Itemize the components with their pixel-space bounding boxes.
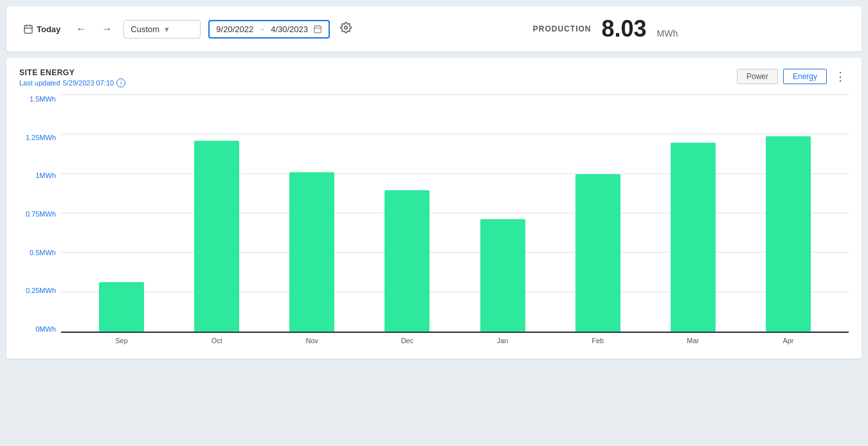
energy-toggle-button[interactable]: Energy [783,69,827,84]
y-axis: 0MWh0.25MWh0.5MWh0.75MWh1MWh1.25MWh1.5MW… [19,95,61,333]
last-updated-prefix: Last updated [19,79,60,87]
bar-group [646,143,741,332]
svg-point-8 [345,26,348,29]
x-axis-label: Sep [74,337,169,352]
x-axis-label: Dec [359,337,455,352]
chevron-down-icon: ▾ [165,24,169,34]
power-toggle-button[interactable]: Power [737,69,778,84]
calendar-icon [23,24,33,34]
bar-group [359,190,455,332]
date-start: 9/20/2022 [216,24,253,34]
chart-area [61,95,849,333]
last-updated-row: Last updated 5/29/2023 07:10 i [19,78,125,87]
production-label: PRODUCTION [533,24,592,33]
prev-arrow[interactable]: ← [72,22,90,36]
y-axis-label: 0.25MWh [19,287,61,294]
more-options-button[interactable]: ⋮ [832,68,849,85]
next-arrow[interactable]: → [98,22,116,36]
bars-container [61,95,849,332]
settings-button[interactable] [338,19,354,39]
chart-header: SITE ENERGY Last updated 5/29/2023 07:10… [19,68,849,87]
x-axis-label: Feb [550,337,646,352]
dropdown-label: Custom [131,24,159,34]
bar[interactable] [575,174,620,332]
chart-title: SITE ENERGY [19,68,125,77]
gear-icon [340,22,352,33]
production-summary: PRODUCTION 8.03 MWh [362,15,849,42]
bar-group [74,282,169,332]
bar-group [455,219,550,332]
y-axis-label: 0.5MWh [19,249,61,256]
y-axis-label: 1.25MWh [19,134,61,141]
bar-group [741,136,836,332]
y-axis-label: 0MWh [19,325,61,333]
chart-controls: Power Energy ⋮ [737,68,849,85]
date-range-box[interactable]: 9/20/2022 → 4/30/2023 [208,20,330,39]
y-axis-label: 0.75MWh [19,210,61,218]
info-icon[interactable]: i [116,78,125,87]
x-axis-label: Oct [169,337,264,352]
production-unit: MWh [657,28,678,39]
svg-rect-0 [24,26,32,33]
right-arrow-icon: → [102,23,112,34]
x-axis-label: Jan [455,337,550,352]
bar[interactable] [384,190,429,332]
more-dots-icon: ⋮ [835,70,846,83]
today-button[interactable]: Today [19,21,64,37]
top-panel: Today ← → Custom ▾ 9/20/2022 → 4/30/2023… [6,6,862,51]
y-axis-label: 1MWh [19,172,61,179]
calendar-range-icon [313,24,322,33]
bar[interactable] [480,219,525,332]
production-value: 8.03 [601,15,646,42]
chart-wrapper: 0MWh0.25MWh0.5MWh0.75MWh1MWh1.25MWh1.5MW… [19,95,849,352]
last-updated-value: 5/29/2023 07:10 [63,79,114,87]
chart-title-area: SITE ENERGY Last updated 5/29/2023 07:10… [19,68,125,87]
bar-group [169,141,264,332]
bar[interactable] [671,143,716,332]
date-end: 4/30/2023 [271,24,308,34]
chart-panel: SITE ENERGY Last updated 5/29/2023 07:10… [6,58,862,359]
bar[interactable] [766,136,811,332]
y-axis-label: 1.5MWh [19,95,61,103]
x-axis-label: Nov [264,337,359,352]
bar[interactable] [289,172,334,332]
left-arrow-icon: ← [76,23,86,34]
bar[interactable] [99,282,144,332]
x-axis-label: Apr [741,337,836,352]
today-label: Today [37,24,60,34]
bar-group [550,174,646,332]
bar-group [264,172,359,332]
period-dropdown[interactable]: Custom ▾ [123,20,201,39]
x-axis-label: Mar [646,337,741,352]
bar[interactable] [194,141,239,332]
x-labels: SepOctNovDecJanFebMarApr [61,333,849,352]
date-range-arrow-icon: → [258,25,266,33]
svg-rect-4 [314,26,321,33]
